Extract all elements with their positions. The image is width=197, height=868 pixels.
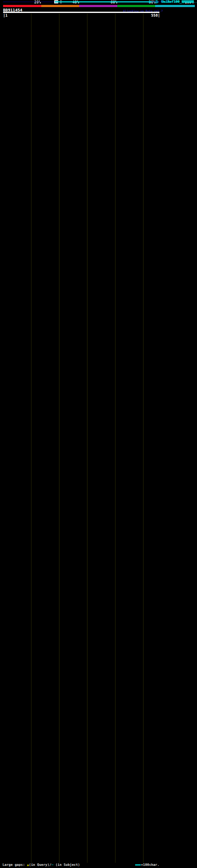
hit-row: UniRef100_C5X7M3 xyxy=(0,305,197,308)
hit-row: UniRef100_Q3LFQ5 xyxy=(0,61,197,64)
hit-row: UniRef100_Q9M600 xyxy=(0,644,197,647)
hit-row: UniRef100_Q765P5 xyxy=(0,396,197,400)
hit-row: UniRef100_Q41007 xyxy=(0,667,197,671)
hit-row: UniRef100_C5WTC1 xyxy=(0,173,197,176)
hit-row: UniRef100_A5BPB2 xyxy=(0,223,197,227)
hit-row: UniRef100_P04784 xyxy=(0,820,197,823)
hit-row: UniRef100_A5ASG6 xyxy=(0,91,197,95)
hit-row: UniRef100_Q40065 xyxy=(0,827,197,830)
hit-row: UniRef100_Q8LCZ4 xyxy=(0,793,197,796)
hit-row: UniRef100_C6TM32 xyxy=(0,406,197,410)
hit-row: UniRef100_B6T1H1 xyxy=(0,176,197,180)
hit-label[interactable]: UniRef100_B5KUT3 xyxy=(161,0,194,4)
hit-row: UniRef100_Q765P6 xyxy=(0,477,197,481)
hit-row: UniRef100_A7Q0V3 xyxy=(0,251,197,254)
hit-row: UniRef100_B0L0Y2 xyxy=(0,193,197,196)
hit-row: UniRef100_A5C4U9 xyxy=(0,203,197,207)
hit-row: UniRef100_Q84TM7 xyxy=(0,213,197,217)
hit-row: UniRef100_A9NQ87 xyxy=(0,74,197,78)
hit-row: UniRef100_P15192 xyxy=(0,162,197,166)
hit-row: UniRef100_A9NRK2 xyxy=(0,759,197,762)
hit-row: UniRef100_C0L2S1 xyxy=(0,671,197,674)
hit-row: UniRef100_B0L0Y1 xyxy=(0,183,197,186)
hit-row: UniRef100_B3G0G4 xyxy=(0,471,197,474)
hit-row: UniRef100_Q41422 xyxy=(0,620,197,623)
hit-row: UniRef100_O64447 xyxy=(0,562,197,566)
hit-row: UniRef100_P08963 xyxy=(0,728,197,732)
hit-row: UniRef100_O24401 xyxy=(0,657,197,660)
hit-row: UniRef100_Q9LKI0 xyxy=(0,366,197,369)
hit-row: UniRef100_A9NL12 xyxy=(0,85,197,88)
hit-row: UniRef100_P92919 xyxy=(0,721,197,725)
hit-row: UniRef100_C0PQV4 xyxy=(0,315,197,318)
hit-row: UniRef100_Q1EP45 xyxy=(0,423,197,427)
hit-row: UniRef100_O80388 xyxy=(0,623,197,627)
hit-row: UniRef100_C0Z391 xyxy=(0,122,197,125)
hit-row: UniRef100_P09756 xyxy=(0,474,197,477)
hit-row: UniRef100_B1PID7 xyxy=(0,220,197,223)
hit-row: UniRef100_Q39142 xyxy=(0,796,197,799)
hit-row: UniRef100_B8LPT5 xyxy=(0,142,197,146)
hit-row: UniRef100_Q9XQB3 xyxy=(0,457,197,461)
hit-row: UniRef100_P08221 xyxy=(0,454,197,457)
hit-row: UniRef100_Q41787 xyxy=(0,538,197,542)
hit-row: UniRef100_Q5ZF93 xyxy=(0,830,197,833)
hit-row: UniRef100_Q40761 xyxy=(0,593,197,596)
identity-segment-1 xyxy=(3,5,41,7)
hit-row: UniRef100_Q41004 xyxy=(0,735,197,738)
hit-row: UniRef100_P04783 xyxy=(0,532,197,535)
ruler-end: 558| xyxy=(141,13,160,17)
hit-row: UniRef100_Q10HC8 xyxy=(0,95,197,98)
hit-row: UniRef100_C4TNZ9 xyxy=(0,769,197,772)
hit-row: UniRef100_P27490 xyxy=(0,359,197,363)
hit-row: UniRef100_Q41425 xyxy=(0,589,197,593)
hit-row: UniRef100_P12471 xyxy=(0,698,197,701)
hit-row: UniRef100_B9RN67 xyxy=(0,244,197,247)
hit-row: UniRef100_C0PQD7 xyxy=(0,748,197,752)
hit-rows-layer: UniRef100_Q41617UniRef100_B7FHZ5UniRef10… xyxy=(0,0,197,843)
hit-row: UniRef100_Q8RVI4 xyxy=(0,64,197,68)
hit-row: UniRef100_O24226 xyxy=(0,742,197,745)
gridline-500 xyxy=(143,13,143,863)
hit-row: UniRef100_Q93XK4 xyxy=(0,261,197,264)
hit-row: UniRef100_Q41421 xyxy=(0,484,197,488)
hit-row: UniRef100_Q93YG3 xyxy=(0,7,197,10)
hit-row: UniRef100_Q43437 xyxy=(0,264,197,268)
hit-row: UniRef100_P12328 xyxy=(0,125,197,129)
hit-row: UniRef100_P07371 xyxy=(0,278,197,281)
hit-row: UniRef100_Q40247 xyxy=(0,217,197,220)
hit-row: UniRef100_P14278 xyxy=(0,186,197,190)
hit-row: UniRef100_Q9S7J7 xyxy=(0,119,197,122)
hit-row: UniRef100_P27518 xyxy=(0,34,197,37)
hit-row: UniRef100_Q40788 xyxy=(0,268,197,271)
hit-row: UniRef100_P12333 xyxy=(0,654,197,657)
hit-row: UniRef100_C5YVW5 xyxy=(0,302,197,305)
hit-row: UniRef100_C5XQ83 xyxy=(0,373,197,376)
hit-row: UniRef100_B5KUT3 xyxy=(0,840,197,843)
hit-row: UniRef100_P12331 xyxy=(0,329,197,332)
hit-row: UniRef100_P04780 xyxy=(0,806,197,809)
hit-row: UniRef100_A8QJP9 xyxy=(0,603,197,606)
hit-row: UniRef100_P24006 xyxy=(0,681,197,684)
hit-row: UniRef100_A9NMJ8 xyxy=(0,78,197,81)
alignment-bar[interactable] xyxy=(54,1,149,2)
hit-row: UniRef100_Q9XF86 xyxy=(0,112,197,115)
legend-query-text: (in Query)/ xyxy=(29,863,52,867)
hit-row: UniRef100_B8XLF1 xyxy=(0,501,197,505)
hit-row: UniRef100_B9S155 xyxy=(0,498,197,501)
hit-row: UniRef100_B6T2Y9 xyxy=(0,467,197,471)
hit-row: UniRef100_B9GSZ2 xyxy=(0,247,197,251)
hit-row: UniRef100_P12329 xyxy=(0,393,197,396)
hit-row: UniRef100_Q39831 xyxy=(0,288,197,291)
hit-row: UniRef100_B0L806 xyxy=(0,390,197,393)
hit-row: UniRef100_Q1A179 xyxy=(0,495,197,498)
hit-row: UniRef100_Q38714 xyxy=(0,416,197,420)
hit-row: UniRef100_Q32291 xyxy=(0,559,197,562)
hit-row: UniRef100_O82425 xyxy=(0,54,197,58)
hit-row: UniRef100_O04686 xyxy=(0,701,197,705)
hit-row: UniRef100_B0L805 xyxy=(0,308,197,312)
hit-row: UniRef100_A3F6K2 xyxy=(0,355,197,359)
hit-row: UniRef100_Q41823 xyxy=(0,200,197,203)
hit-row: UniRef100_A9RBQ3 xyxy=(0,515,197,518)
hit-row: UniRef100_A9S6S7 xyxy=(0,349,197,352)
